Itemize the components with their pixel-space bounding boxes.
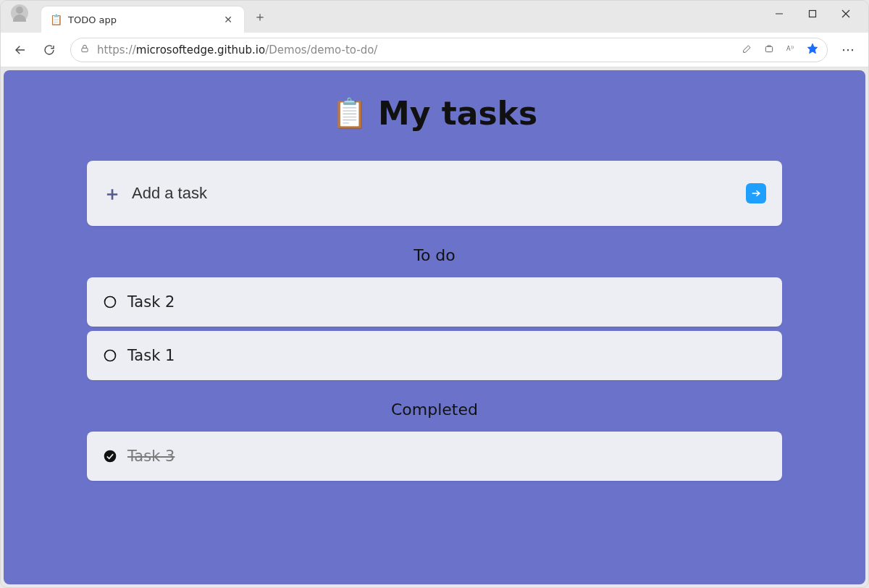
browser-toolbar: https://microsoftedge.github.io/Demos/de… [1, 33, 868, 67]
task-label: Task 1 [127, 347, 175, 364]
app-icon[interactable] [763, 43, 775, 57]
task-checkbox[interactable] [103, 348, 117, 363]
svg-point-12 [104, 450, 117, 463]
svg-point-10 [105, 297, 116, 308]
favorite-star-icon[interactable] [807, 43, 818, 57]
refresh-button[interactable] [37, 38, 62, 62]
titlebar: 📋 TODO app ✕ ＋ [1, 1, 868, 33]
task-checkbox[interactable] [103, 295, 117, 309]
todo-page: 📋 My tasks ＋ To do Task [4, 70, 865, 584]
svg-text:A: A [786, 46, 791, 52]
todo-section-label: To do [87, 246, 782, 264]
viewport: 📋 My tasks ＋ To do Task [1, 67, 868, 587]
svg-rect-1 [810, 11, 816, 17]
profile-avatar[interactable] [11, 4, 28, 22]
task-row: Task 2 [87, 277, 782, 327]
task-label: Task 2 [127, 293, 175, 311]
svg-text:)): )) [791, 45, 794, 49]
browser-window: 📋 TODO app ✕ ＋ [0, 0, 869, 588]
edit-icon[interactable] [742, 43, 753, 57]
address-bar[interactable]: https://microsoftedge.github.io/Demos/de… [70, 38, 828, 62]
close-window-button[interactable] [829, 1, 862, 27]
lock-icon [80, 43, 90, 56]
maximize-button[interactable] [796, 1, 829, 27]
completed-section-label: Completed [87, 400, 782, 419]
add-task-card: ＋ [87, 161, 782, 226]
back-button[interactable] [8, 38, 33, 62]
add-task-input[interactable] [132, 184, 736, 203]
read-aloud-icon[interactable]: A)) [785, 43, 797, 57]
task-label: Task 3 [127, 448, 175, 465]
browser-tab[interactable]: 📋 TODO app ✕ [41, 7, 244, 33]
close-tab-button[interactable]: ✕ [221, 12, 235, 27]
submit-task-button[interactable] [746, 183, 766, 203]
task-row: Task 3 [87, 432, 782, 481]
task-row: Task 1 [87, 331, 782, 380]
tab-title: TODO app [68, 14, 215, 25]
address-actions: A)) [742, 43, 818, 57]
svg-rect-6 [765, 46, 772, 51]
clipboard-icon: 📋 [332, 96, 368, 130]
svg-marker-9 [807, 43, 817, 53]
svg-rect-5 [82, 48, 88, 51]
clipboard-icon: 📋 [50, 14, 62, 25]
more-menu-button[interactable]: ⋯ [836, 38, 861, 62]
page-title-text: My tasks [378, 95, 537, 132]
plus-icon: ＋ [103, 184, 122, 203]
svg-point-11 [105, 350, 116, 361]
page-title: 📋 My tasks [87, 95, 782, 132]
url-text: https://microsoftedge.github.io/Demos/de… [97, 43, 734, 56]
task-checkbox-checked[interactable] [103, 449, 117, 463]
window-controls [763, 1, 862, 27]
minimize-button[interactable] [763, 1, 796, 27]
new-tab-button[interactable]: ＋ [248, 5, 272, 28]
